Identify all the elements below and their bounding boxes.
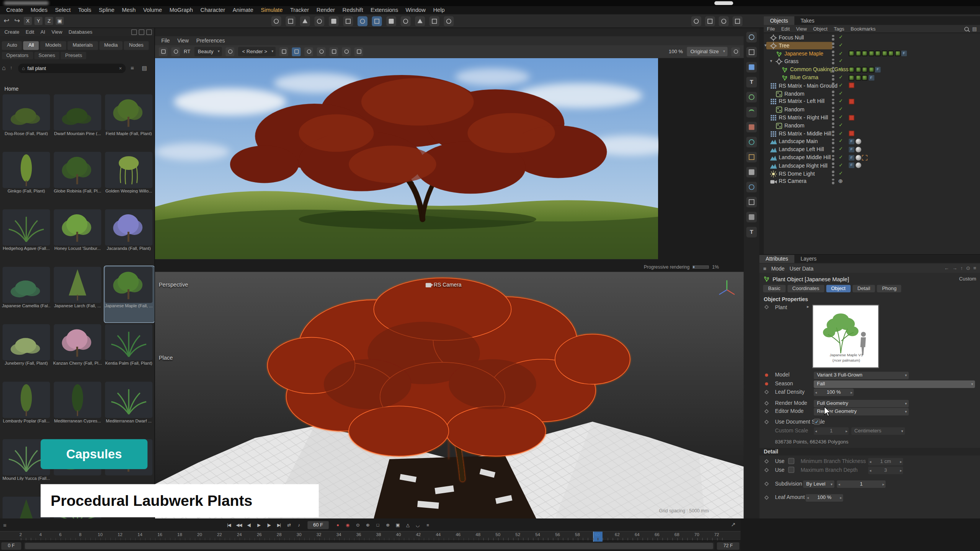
- render-settings-icon[interactable]: [705, 16, 715, 26]
- min-branch-thickness-field[interactable]: 1 cm: [868, 458, 903, 466]
- object-manager-tab-objects[interactable]: Objects: [764, 16, 794, 25]
- visibility-dots-icon[interactable]: [832, 59, 835, 65]
- frame-tick[interactable]: 6: [54, 532, 67, 536]
- mode-menu[interactable]: Mode: [771, 265, 785, 271]
- range-end-field[interactable]: 72 F: [717, 542, 740, 550]
- visibility-dots-icon[interactable]: [832, 91, 835, 97]
- random-row[interactable]: Random✓: [764, 90, 980, 98]
- detail-view-icon[interactable]: [146, 29, 152, 35]
- asset-menu-ai[interactable]: AI: [38, 28, 49, 36]
- tab-layers[interactable]: Layers: [794, 255, 823, 263]
- search-icon[interactable]: [965, 27, 969, 31]
- frame-tick[interactable]: 16: [154, 532, 166, 536]
- plant-preview[interactable]: Japanese Maple V3 (Acer palmatum): [812, 305, 879, 368]
- frame-tick[interactable]: 2: [15, 532, 27, 536]
- z-axis-button[interactable]: Z: [45, 17, 53, 25]
- phong-tag-icon[interactable]: [855, 147, 861, 152]
- frame-tick[interactable]: 12: [114, 532, 126, 536]
- season-dropdown[interactable]: Fall: [814, 380, 975, 388]
- enabled-check-icon[interactable]: ✓: [839, 146, 843, 154]
- key-marker[interactable]: [764, 482, 769, 486]
- landscape-main-row[interactable]: Landscape Main✓F: [764, 138, 980, 146]
- visibility-dots-icon[interactable]: [832, 43, 835, 49]
- grid-view-icon[interactable]: [131, 29, 137, 35]
- filter-tab-nodes[interactable]: Nodes: [124, 41, 149, 50]
- key-marker[interactable]: [764, 420, 769, 424]
- toolbar-icon-13[interactable]: [444, 16, 454, 26]
- menu-item-mesh[interactable]: Mesh: [118, 6, 140, 14]
- current-frame-field[interactable]: 60 F: [307, 521, 329, 529]
- asset-menu-create[interactable]: Create: [1, 28, 23, 36]
- frame-tick[interactable]: 22: [213, 532, 226, 536]
- render-view-menu-preferences[interactable]: Preferences: [193, 36, 229, 45]
- material-swatch[interactable]: [849, 51, 854, 56]
- coord-system-button[interactable]: ▣: [56, 17, 64, 25]
- asset-mediterranean-dwarf[interactable]: Mediterranean Dwarf ...: [105, 381, 155, 437]
- asset-globe-robinia-fall-pl[interactable]: Globe Robinia (Fall, Pl...: [53, 151, 103, 207]
- menu-item-redshift[interactable]: Redshift: [339, 6, 367, 14]
- toolbar-icon-1[interactable]: [271, 16, 281, 26]
- toolbar-icon-11[interactable]: [415, 16, 425, 26]
- mograph-cloner-icon[interactable]: [746, 167, 757, 178]
- key-marker[interactable]: [764, 496, 769, 500]
- place-tool-label[interactable]: Place: [159, 355, 173, 361]
- asset-kanzan-cherry-fall-pl[interactable]: Kanzan Cherry (Fall, Pl...: [53, 324, 103, 380]
- asset-dwarf-mountain-pine[interactable]: Dwarf Mountain Pine (...: [53, 94, 103, 150]
- visibility-dots-icon[interactable]: [832, 51, 835, 57]
- frame-tick[interactable]: 40: [392, 532, 405, 536]
- viewport-label[interactable]: Perspective: [159, 282, 188, 288]
- render-view-menu-file[interactable]: File: [157, 36, 173, 45]
- toolbar-icon-8[interactable]: [372, 16, 382, 26]
- asset-mediterranean-cypres[interactable]: Mediterranean Cypres...: [53, 381, 103, 437]
- redshift-object-tag-icon[interactable]: [849, 115, 854, 121]
- menu-item-tools[interactable]: Tools: [74, 6, 95, 14]
- key-marker[interactable]: [764, 409, 769, 414]
- toolbar-icon-10[interactable]: [401, 16, 411, 26]
- rt-label[interactable]: RT: [184, 49, 190, 54]
- material-swatch[interactable]: [862, 75, 867, 80]
- redshift-object-tag-icon[interactable]: [849, 130, 854, 136]
- rs-matrix-middle-hill-row[interactable]: RS Matrix - Middle Hill✓: [764, 130, 980, 138]
- random-row[interactable]: Random✓: [764, 122, 980, 130]
- frame-tick[interactable]: 72: [710, 532, 723, 536]
- range-start-field[interactable]: 0 F: [1, 542, 21, 550]
- asset-menu-view[interactable]: View: [48, 28, 65, 36]
- frame-tick[interactable]: 36: [353, 532, 365, 536]
- grass-row[interactable]: ▾Grass✓: [764, 58, 980, 66]
- redshift-object-tag-icon[interactable]: [849, 99, 854, 104]
- timeline-ruler[interactable]: 2468101214161820222426283032343638404244…: [0, 531, 741, 541]
- frame-tick[interactable]: 68: [671, 532, 683, 536]
- material-swatch[interactable]: [869, 67, 874, 72]
- asset-japanese-larch-fall[interactable]: Japanese Larch (Fall, ...: [53, 266, 103, 323]
- leaf-density-field[interactable]: 100 %: [814, 389, 854, 396]
- up-folder-icon[interactable]: ↑: [10, 65, 13, 71]
- phong-tag-icon[interactable]: [855, 139, 861, 144]
- enabled-check-icon[interactable]: ✓: [839, 122, 843, 130]
- current-frame-marker[interactable]: [593, 531, 602, 541]
- menu-item-spline[interactable]: Spline: [95, 6, 118, 14]
- expand-arrow-icon[interactable]: ▸: [807, 304, 809, 309]
- up-icon[interactable]: ↑: [960, 266, 963, 271]
- extra-tag-icon[interactable]: [862, 155, 867, 160]
- keyframe-dot[interactable]: [765, 382, 768, 385]
- perspective-viewport[interactable]: Perspective RS Camera Place Grid spacing…: [155, 272, 744, 518]
- filter-tab-media[interactable]: Media: [99, 41, 123, 50]
- transport-pla-key-icon[interactable]: △: [404, 521, 412, 529]
- frame-tick[interactable]: 50: [492, 532, 504, 536]
- object-manager-menu-file[interactable]: File: [764, 25, 778, 33]
- transport-play-icon[interactable]: ▶: [255, 521, 263, 529]
- field-tag-icon[interactable]: F: [869, 75, 874, 80]
- axis-gizmo[interactable]: [715, 277, 739, 300]
- redo-icon[interactable]: ↪: [13, 17, 21, 25]
- field-tag-icon[interactable]: F: [875, 67, 881, 72]
- random-row[interactable]: Random✓: [764, 106, 980, 114]
- field-force-icon[interactable]: [746, 152, 757, 163]
- rs-matrix-left-hill-row[interactable]: RS Matrix - Left Hill✓: [764, 98, 980, 106]
- asset-juneberry-fall-plant[interactable]: Juneberry (Fall, Plant): [2, 324, 52, 380]
- visibility-dots-icon[interactable]: [832, 179, 835, 185]
- asset-menu-edit[interactable]: Edit: [23, 28, 38, 36]
- enabled-check-icon[interactable]: ✓: [839, 138, 843, 146]
- frame-tick[interactable]: 58: [571, 532, 584, 536]
- camera-label[interactable]: RS Camera: [426, 282, 462, 288]
- toolbar-icon-2[interactable]: [286, 16, 296, 26]
